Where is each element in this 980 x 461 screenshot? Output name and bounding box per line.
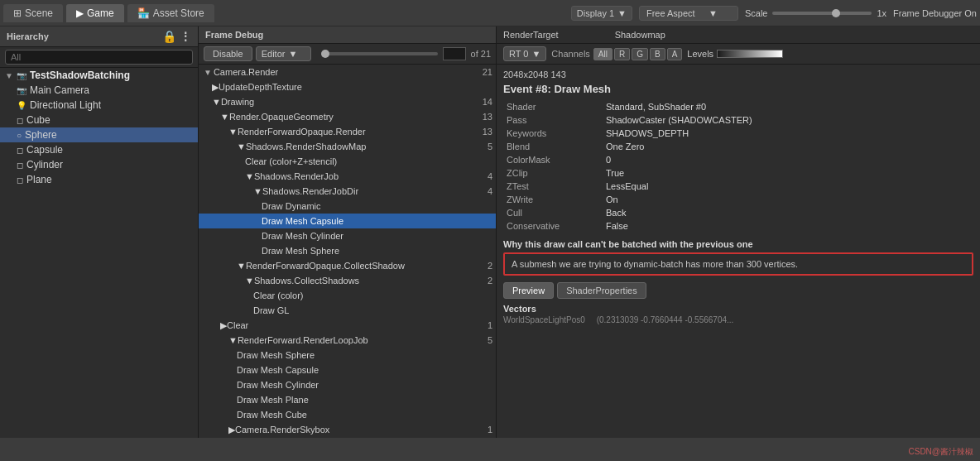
hierarchy-item-plane[interactable]: ◻ Plane	[0, 172, 198, 187]
channel-r[interactable]: R	[614, 48, 630, 60]
tree-row-camera-render[interactable]: Camera.Render 21	[199, 65, 496, 79]
disable-button[interactable]: Disable	[204, 46, 252, 61]
tree-row-loop-capsule[interactable]: Draw Mesh Capsule	[199, 363, 496, 377]
tree-row-drawing[interactable]: ▼ Drawing 14	[199, 94, 496, 109]
tree-row-render-loop[interactable]: ▼ RenderForward.RenderLoopJob 5	[199, 333, 496, 348]
channel-b[interactable]: B	[650, 48, 665, 60]
game-icon: ▶	[76, 7, 84, 19]
hierarchy-search-input[interactable]	[5, 50, 193, 65]
hierarchy-item-root[interactable]: ▼ 📷 TestShadowBatching	[0, 68, 198, 83]
editor-select[interactable]: Editor ▼	[256, 46, 312, 61]
camera-small-icon: 📷	[17, 86, 26, 95]
clear-z-label: Clear (color+Z+stencil)	[245, 156, 473, 166]
hierarchy-item-directional-light[interactable]: 💡 Directional Light	[0, 98, 198, 113]
tree-row-loop-plane[interactable]: Draw Mesh Plane	[199, 392, 496, 407]
aspect-select[interactable]: Free Aspect ▼	[639, 6, 738, 21]
tree-row-clear-color[interactable]: Clear (color)	[199, 288, 496, 303]
display-select[interactable]: Display 1 ▼	[571, 6, 632, 21]
tree-row-shadow-map[interactable]: ▼ Shadows.RenderShadowMap 5	[199, 139, 496, 154]
tree-row-shadow-job[interactable]: ▼ Shadows.RenderJob 4	[199, 169, 496, 184]
shadowmap-label: Shadowmap	[615, 30, 665, 40]
tree-row-draw-mesh-capsule[interactable]: Draw Mesh Capsule	[199, 214, 496, 228]
prop-val-shader: Standard, SubShader #0	[603, 100, 973, 113]
event-title: Event #8: Draw Mesh	[503, 83, 973, 95]
prop-val-conservative: False	[603, 219, 973, 233]
skybox-label: Camera.RenderSkybox	[235, 425, 473, 435]
lock-icon[interactable]: 🔒	[162, 30, 176, 43]
channels-row: Channels All R G B A	[551, 48, 682, 60]
rt-select[interactable]: RT 0 ▼	[503, 46, 546, 61]
hierarchy-item-sphere[interactable]: ○ Sphere	[0, 127, 198, 142]
tab-preview[interactable]: Preview	[503, 282, 554, 299]
draw-gl-label: Draw GL	[253, 305, 473, 315]
tree-row-draw-mesh-cylinder[interactable]: Draw Mesh Cylinder	[199, 228, 496, 243]
prop-key-zclip: ZClip	[503, 166, 603, 180]
tree-row-shadow-job-dir[interactable]: ▼ Shadows.RenderJobDir 4	[199, 184, 496, 199]
chevron-down-icon: ▼	[617, 8, 627, 18]
arrow-camera-render	[202, 68, 212, 77]
tree-row-opaque[interactable]: ▼ Render.OpaqueGeometry 13	[199, 109, 496, 124]
vectors-title: Vectors	[503, 304, 973, 314]
batch-reason-text: A submesh we are trying to dynamic-batch…	[512, 259, 798, 269]
light-icon: 💡	[17, 101, 26, 110]
frame-number-input[interactable]: 8	[443, 47, 466, 60]
forward-opaque-label: RenderForwardOpaque.Render	[238, 127, 473, 137]
properties-table: Shader Standard, SubShader #0 Pass Shado…	[503, 100, 973, 233]
arrow-clear: ▶	[202, 320, 227, 331]
tree-row-forward-opaque[interactable]: ▼ RenderForwardOpaque.Render 13	[199, 124, 496, 139]
main-layout: Hierarchy 🔒 ⋮ ▼ 📷 TestShadowBatching 📷 M…	[0, 26, 980, 438]
chevron-down-icon-3: ▼	[288, 49, 297, 59]
levels-label: Levels	[687, 49, 713, 59]
frame-slider[interactable]	[321, 52, 437, 55]
prop-val-ztest: LessEqual	[603, 180, 973, 193]
tree-row-update-depth[interactable]: ▶ UpdateDepthTexture	[199, 79, 496, 94]
vectors-data: WorldSpaceLightPos0 (0.2313039 -0.766044…	[503, 315, 973, 324]
tab-scene[interactable]: ⊞ Scene	[3, 4, 63, 22]
cube-icon: ◻	[17, 116, 23, 125]
loop-capsule-label: Draw Mesh Capsule	[237, 365, 473, 375]
prop-val-blend: One Zero	[603, 140, 973, 153]
tree-row-collect-shadow[interactable]: ▼ RenderForwardOpaque.CollectShadow 2	[199, 258, 496, 273]
frame-debugger-label: Frame Debugger On	[893, 8, 977, 18]
shadow-job-label: Shadows.RenderJob	[254, 171, 473, 181]
hierarchy-item-capsule[interactable]: ◻ Capsule	[0, 142, 198, 157]
tree-row-draw-mesh-sphere[interactable]: Draw Mesh Sphere	[199, 243, 496, 258]
tree-row-draw-dynamic[interactable]: Draw Dynamic	[199, 199, 496, 214]
hierarchy-item-cylinder[interactable]: ◻ Cylinder	[0, 157, 198, 172]
channel-all[interactable]: All	[593, 48, 612, 60]
shadow-job-dir-label: Shadows.RenderJobDir	[262, 186, 473, 196]
tree-row-clear[interactable]: ▶ Clear 1	[199, 318, 496, 333]
tree-row-draw-gl[interactable]: Draw GL	[199, 303, 496, 318]
scale-row: Scale 1x	[745, 8, 886, 18]
levels-track[interactable]	[717, 50, 783, 58]
channel-a[interactable]: A	[667, 48, 683, 60]
arrow-collect-shadow: ▼	[202, 261, 246, 271]
levels-bar: Levels	[687, 49, 783, 59]
tree-row-clear-z[interactable]: Clear (color+Z+stencil)	[199, 154, 496, 169]
channel-g[interactable]: G	[632, 48, 648, 60]
collect-shadow-label: RenderForwardOpaque.CollectShadow	[246, 261, 473, 271]
tab-asset-store[interactable]: 🏪 Asset Store	[127, 4, 214, 22]
prop-val-colormask: 0	[603, 153, 973, 166]
chevron-down-icon-2: ▼	[709, 8, 718, 18]
prop-val-zclip: True	[603, 166, 973, 180]
tree-row-loop-sphere[interactable]: Draw Mesh Sphere	[199, 348, 496, 363]
tab-game[interactable]: ▶ Game	[66, 4, 124, 22]
tree-row-loop-cube[interactable]: Draw Mesh Cube	[199, 407, 496, 422]
draw-dynamic-label: Draw Dynamic	[262, 201, 473, 211]
prop-key-shader: Shader	[503, 100, 603, 113]
tab-shader-properties[interactable]: ShaderProperties	[557, 282, 646, 299]
scale-slider[interactable]	[772, 12, 872, 15]
debug-tree: Camera.Render 21 ▶ UpdateDepthTexture ▼ …	[199, 65, 496, 438]
frame-slider-thumb	[321, 50, 329, 58]
hierarchy-item-cube[interactable]: ◻ Cube	[0, 113, 198, 127]
hierarchy-item-main-camera[interactable]: 📷 Main Camera	[0, 83, 198, 98]
right-top-row: RenderTarget Shadowmap	[497, 26, 980, 44]
loop-cube-label: Draw Mesh Cube	[237, 410, 473, 420]
prop-key-cull: Cull	[503, 206, 603, 219]
tree-row-collect-shadows[interactable]: ▼ Shadows.CollectShadows 2	[199, 273, 496, 288]
menu-icon[interactable]: ⋮	[180, 30, 191, 43]
render-target-label: RenderTarget	[503, 30, 559, 40]
tree-row-skybox[interactable]: ▶ Camera.RenderSkybox 1	[199, 422, 496, 437]
tree-row-loop-cylinder[interactable]: Draw Mesh Cylinder	[199, 377, 496, 392]
